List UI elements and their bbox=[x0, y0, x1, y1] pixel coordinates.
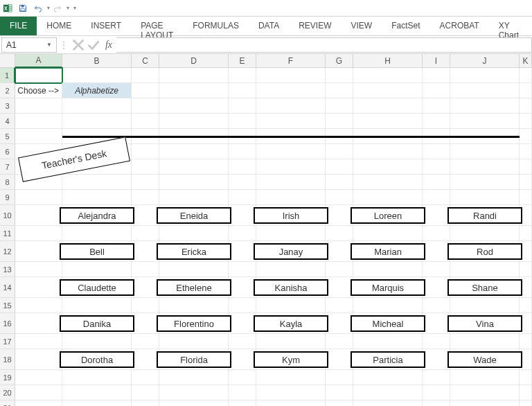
cell-D14[interactable] bbox=[159, 277, 229, 298]
cell-H19[interactable] bbox=[353, 370, 423, 385]
cell-I1[interactable] bbox=[423, 68, 450, 83]
cell-K11[interactable] bbox=[520, 226, 532, 241]
cell-A8[interactable] bbox=[15, 175, 62, 190]
cell-B14[interactable] bbox=[62, 277, 132, 298]
cell-K14[interactable] bbox=[520, 277, 532, 298]
col-header-A[interactable]: A bbox=[15, 54, 62, 68]
col-header-I[interactable]: I bbox=[423, 54, 450, 68]
cell-K20[interactable] bbox=[520, 385, 532, 400]
cell-J4[interactable] bbox=[450, 114, 520, 129]
cell-A4[interactable] bbox=[15, 114, 62, 129]
cell-C18[interactable] bbox=[132, 349, 159, 370]
cell-J18[interactable] bbox=[450, 349, 520, 370]
cell-K9[interactable] bbox=[520, 190, 532, 205]
cell-D6[interactable] bbox=[159, 144, 229, 159]
cell-I15[interactable] bbox=[423, 298, 450, 313]
cell-K19[interactable] bbox=[520, 370, 532, 385]
undo-button[interactable] bbox=[31, 1, 45, 15]
cell-A20[interactable] bbox=[15, 385, 62, 400]
cell-F5[interactable] bbox=[256, 129, 326, 144]
cell-D9[interactable] bbox=[159, 190, 229, 205]
cell-B1[interactable] bbox=[62, 68, 132, 83]
cell-A18[interactable] bbox=[15, 349, 62, 370]
cell-J3[interactable] bbox=[450, 98, 520, 114]
cell-J11[interactable] bbox=[450, 226, 520, 241]
cell-F19[interactable] bbox=[256, 370, 326, 385]
tab-view[interactable]: VIEW bbox=[342, 17, 382, 35]
cell-H12[interactable] bbox=[353, 241, 423, 262]
cell-D20[interactable] bbox=[159, 385, 229, 400]
cell-F3[interactable] bbox=[256, 98, 326, 114]
cell-E10[interactable] bbox=[229, 205, 256, 226]
cell-A11[interactable] bbox=[15, 226, 62, 241]
cell-G19[interactable] bbox=[326, 370, 353, 385]
cell-C9[interactable] bbox=[132, 190, 159, 205]
cell-G1[interactable] bbox=[326, 68, 353, 83]
cell-B13[interactable] bbox=[62, 262, 132, 277]
name-box[interactable]: A1 ▼ bbox=[1, 37, 57, 53]
cell-G3[interactable] bbox=[326, 98, 353, 114]
cell-F1[interactable] bbox=[256, 68, 326, 83]
cell-A6[interactable] bbox=[15, 144, 62, 159]
cell-K17[interactable] bbox=[520, 334, 532, 349]
cell-E15[interactable] bbox=[229, 298, 256, 313]
col-header-D[interactable]: D bbox=[159, 54, 229, 68]
cell-F15[interactable] bbox=[256, 298, 326, 313]
cell-C5[interactable] bbox=[132, 129, 159, 144]
cell-J13[interactable] bbox=[450, 262, 520, 277]
row-header-5[interactable]: 5 bbox=[0, 129, 15, 144]
cell-B20[interactable] bbox=[62, 385, 132, 400]
cell-B18[interactable] bbox=[62, 349, 132, 370]
col-header-H[interactable]: H bbox=[353, 54, 423, 68]
cell-B8[interactable] bbox=[62, 175, 132, 190]
cell-K6[interactable] bbox=[520, 144, 532, 159]
cell-G21[interactable] bbox=[326, 400, 353, 406]
cell-C3[interactable] bbox=[132, 98, 159, 114]
cell-I7[interactable] bbox=[423, 159, 450, 175]
col-header-E[interactable]: E bbox=[229, 54, 256, 68]
cell-J7[interactable] bbox=[450, 159, 520, 175]
cell-I10[interactable] bbox=[423, 205, 450, 226]
cell-D7[interactable] bbox=[159, 159, 229, 175]
cell-H16[interactable] bbox=[353, 313, 423, 334]
cell-A15[interactable] bbox=[15, 298, 62, 313]
cell-C4[interactable] bbox=[132, 114, 159, 129]
cell-A16[interactable] bbox=[15, 313, 62, 334]
cell-C19[interactable] bbox=[132, 370, 159, 385]
cell-G18[interactable] bbox=[326, 349, 353, 370]
cell-H2[interactable] bbox=[353, 83, 423, 98]
cell-G12[interactable] bbox=[326, 241, 353, 262]
cell-B11[interactable] bbox=[62, 226, 132, 241]
cell-D1[interactable] bbox=[159, 68, 229, 83]
cell-D3[interactable] bbox=[159, 98, 229, 114]
cell-I14[interactable] bbox=[423, 277, 450, 298]
cell-F21[interactable] bbox=[256, 400, 326, 406]
cell-B10[interactable] bbox=[62, 205, 132, 226]
cell-A13[interactable] bbox=[15, 262, 62, 277]
cell-E5[interactable] bbox=[229, 129, 256, 144]
row-header-20[interactable]: 20 bbox=[0, 385, 15, 400]
cell-A14[interactable] bbox=[15, 277, 62, 298]
cells-area[interactable]: Choose -->Alphabetize bbox=[15, 68, 532, 406]
cell-G13[interactable] bbox=[326, 262, 353, 277]
cell-B19[interactable] bbox=[62, 370, 132, 385]
cell-H21[interactable] bbox=[353, 400, 423, 406]
cell-A3[interactable] bbox=[15, 98, 62, 114]
tab-page-layout[interactable]: PAGE LAYOUT bbox=[131, 17, 183, 35]
cell-E9[interactable] bbox=[229, 190, 256, 205]
redo-dropdown-icon[interactable]: ▾ bbox=[66, 5, 69, 11]
cell-G17[interactable] bbox=[326, 334, 353, 349]
cell-F9[interactable] bbox=[256, 190, 326, 205]
cell-K1[interactable] bbox=[520, 68, 532, 83]
cell-J16[interactable] bbox=[450, 313, 520, 334]
cell-A12[interactable] bbox=[15, 241, 62, 262]
row-header-4[interactable]: 4 bbox=[0, 114, 15, 129]
cell-I17[interactable] bbox=[423, 334, 450, 349]
cell-F11[interactable] bbox=[256, 226, 326, 241]
cell-I8[interactable] bbox=[423, 175, 450, 190]
cell-D2[interactable] bbox=[159, 83, 229, 98]
cell-B3[interactable] bbox=[62, 98, 132, 114]
cell-I4[interactable] bbox=[423, 114, 450, 129]
alphabetize-dropdown[interactable]: Alphabetize bbox=[62, 83, 132, 98]
row-header-14[interactable]: 14 bbox=[0, 277, 15, 298]
